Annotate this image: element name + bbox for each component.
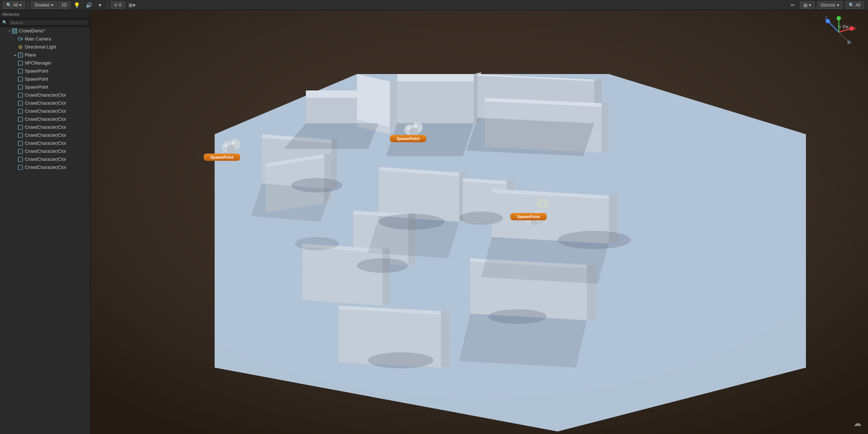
cloud-icon-text: ☁ <box>853 419 861 428</box>
svg-text:SpawnPoint: SpawnPoint <box>211 155 234 159</box>
hierarchy-item-spawnpoint-3[interactable]: SpawnPoint <box>0 83 90 91</box>
svg-point-4 <box>19 46 22 48</box>
hierarchy-item-crowd-9[interactable]: CrowdCharacter(Clor <box>0 155 90 163</box>
plane-label: Plane <box>25 53 36 58</box>
npc-no-expand <box>13 61 18 65</box>
hierarchy-item-dir-light[interactable]: Directional Light <box>0 43 90 51</box>
hierarchy-item-crowd-3[interactable]: CrowdCharacter(Clor <box>0 107 90 115</box>
svg-text:X: X <box>853 26 856 31</box>
root-more[interactable]: ⋮ <box>85 29 89 34</box>
hierarchy-item-crowd-7[interactable]: CrowdCharacter(Clor <box>0 139 90 147</box>
svg-marker-73 <box>302 247 383 306</box>
hierarchy-item-crowd-1[interactable]: CrowdCharacter(Clor <box>0 91 90 99</box>
svg-point-98 <box>226 145 236 154</box>
separator-2 <box>107 2 108 8</box>
svg-text:SpawnPoint: SpawnPoint <box>397 136 420 141</box>
svg-rect-25 <box>18 133 23 137</box>
scene-settings[interactable]: ⊞▾ <box>126 1 138 9</box>
audio-toggle[interactable]: 🔊 <box>84 1 94 9</box>
toolbar-right: ✂ ▤ ▾ Gizmos ▾ 🔍 All <box>784 1 868 9</box>
svg-point-88 <box>295 237 339 250</box>
svg-point-83 <box>459 212 503 225</box>
hierarchy-title: Hierarchy <box>2 12 19 16</box>
shading-dropdown[interactable]: Shaded ▾ <box>31 1 56 9</box>
svg-point-104 <box>407 127 410 130</box>
svg-point-99 <box>224 144 227 147</box>
crowd3-label: CrowdCharacter(Clor <box>25 109 66 114</box>
light-toggle[interactable]: 💡 <box>72 1 82 9</box>
search-label: All <box>13 3 18 8</box>
2d-button[interactable]: 2D <box>58 1 70 9</box>
root-expand-arrow: ▼ <box>7 29 12 33</box>
effects-num: 0 <box>119 3 122 8</box>
svg-marker-95 <box>459 314 587 368</box>
svg-line-12 <box>19 48 20 49</box>
svg-marker-74 <box>383 248 390 306</box>
camera-no-expand <box>13 37 18 41</box>
search-arrow: ▾ <box>19 3 22 8</box>
hierarchy-search-icon: 🔍 <box>2 20 7 25</box>
all-search-btn[interactable]: 🔍 All <box>845 1 864 9</box>
search-dropdown[interactable]: 🔍 All ▾ <box>3 1 25 9</box>
spawnpoint1-label: SpawnPoint <box>25 69 48 74</box>
layers-icon: ▤ <box>803 3 807 8</box>
crowd4-label: CrowdCharacter(Clor <box>25 117 66 122</box>
plane-expand[interactable]: ▶ <box>13 53 18 57</box>
hierarchy-item-spawnpoint-2[interactable]: SpawnPoint <box>0 75 90 83</box>
hierarchy-item-npcmanager[interactable]: NPCManager <box>0 59 90 67</box>
crowd5-label: CrowdCharacter(Clor <box>25 125 66 130</box>
scissors-icon[interactable]: ✂ <box>788 1 797 9</box>
svg-rect-21 <box>18 101 23 105</box>
hierarchy-item-main-camera[interactable]: Main Camera <box>0 35 90 43</box>
svg-point-86 <box>368 352 434 368</box>
svg-marker-53 <box>602 102 609 152</box>
layers-arrow: ▾ <box>809 3 811 8</box>
fx-toggle[interactable]: ✦ <box>96 1 104 9</box>
svg-rect-17 <box>18 69 23 73</box>
scene-view[interactable]: SpawnPoint SpawnPoint SpawnPoint < Pe Z <box>91 10 868 434</box>
svg-marker-42 <box>357 74 390 127</box>
effects-dropdown[interactable]: ⊙ 0 <box>111 1 125 9</box>
svg-rect-29 <box>18 165 23 170</box>
hierarchy-header: Hierarchy <box>0 10 90 18</box>
hierarchy-item-crowd-2[interactable]: CrowdCharacter(Clor <box>0 99 90 107</box>
svg-rect-23 <box>18 117 23 121</box>
svg-text:Z: Z <box>825 16 827 20</box>
hierarchy-item-plane[interactable]: ▶ Plane <box>0 51 90 59</box>
light-label: Directional Light <box>25 44 56 50</box>
crowd9-label: CrowdCharacter(Clor <box>25 157 66 162</box>
spawnpoint2-label: SpawnPoint <box>25 77 48 82</box>
root-icon <box>12 28 18 34</box>
hierarchy-search-input[interactable] <box>9 20 88 25</box>
npc-label: NPCManager <box>25 61 51 66</box>
shading-arrow: ▾ <box>51 3 53 8</box>
svg-rect-26 <box>18 141 23 146</box>
svg-rect-27 <box>18 149 23 154</box>
effects-icon: ⊙ <box>114 3 118 8</box>
hierarchy-item-spawnpoint-1[interactable]: SpawnPoint <box>0 67 90 75</box>
spawn-label-3: SpawnPoint <box>510 213 547 220</box>
all-label: All <box>856 3 860 8</box>
crowd8-label: CrowdCharacter(Clor <box>25 149 66 154</box>
root-label: CrowdDemo* <box>19 28 45 34</box>
svg-marker-91 <box>466 118 594 156</box>
svg-marker-80 <box>441 310 450 368</box>
svg-marker-94 <box>481 237 609 284</box>
svg-marker-45 <box>397 74 474 81</box>
hierarchy-item-crowd-6[interactable]: CrowdCharacter(Clor <box>0 131 90 139</box>
top-toolbar: 🔍 All ▾ Shaded ▾ 2D 💡 🔊 ✦ ⊙ 0 ⊞▾ ✂ ▤ ▾ <box>0 0 868 10</box>
light-no-expand <box>13 45 18 49</box>
hierarchy-item-crowd-5[interactable]: CrowdCharacter(Clor <box>0 123 90 131</box>
svg-rect-28 <box>18 157 23 162</box>
crowd1-label: CrowdCharacter(Clor <box>25 93 66 98</box>
layers-dropdown[interactable]: ▤ ▾ <box>800 1 814 9</box>
hierarchy-item-crowd-4[interactable]: CrowdCharacter(Clor <box>0 115 90 123</box>
camera-label: Main Camera <box>25 36 51 42</box>
hierarchy-root-item[interactable]: ▼ CrowdDemo* ⋮ <box>0 27 90 35</box>
gizmos-dropdown[interactable]: Gizmos ▾ <box>817 1 842 9</box>
gizmos-arrow: ▾ <box>837 3 839 8</box>
hierarchy-item-crowd-8[interactable]: CrowdCharacter(Clor <box>0 147 90 155</box>
toolbar-left: 🔍 All ▾ Shaded ▾ 2D 💡 🔊 ✦ ⊙ 0 ⊞▾ <box>0 1 141 9</box>
svg-point-105 <box>414 125 417 128</box>
hierarchy-item-crowd-10[interactable]: CrowdCharacter(Clor <box>0 163 90 171</box>
